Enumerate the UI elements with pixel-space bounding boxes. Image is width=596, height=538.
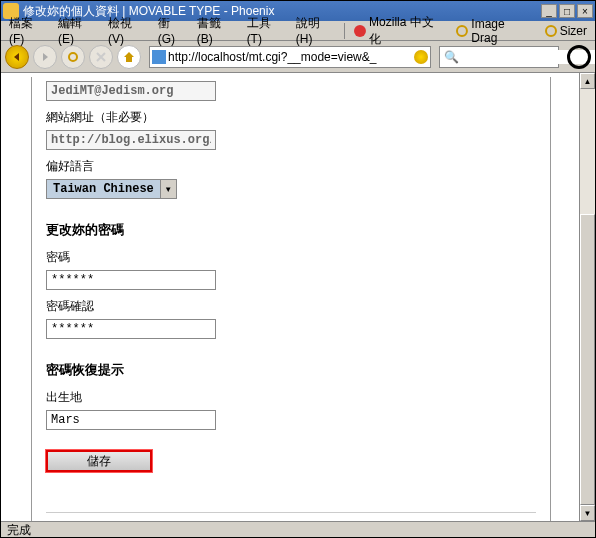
forward-icon (40, 52, 50, 62)
save-button[interactable]: 儲存 (46, 450, 152, 472)
lang-label: 偏好語言 (46, 158, 536, 175)
scroll-up-button[interactable]: ▲ (580, 73, 595, 89)
ext-imagedrag[interactable]: Image Drag (451, 17, 537, 45)
chevron-down-icon[interactable]: ▼ (160, 180, 176, 198)
statusbar: 完成 (1, 521, 595, 538)
ext-mozilla[interactable]: Mozilla 中文化 (349, 14, 449, 48)
search-icon: 🔍 (444, 50, 459, 64)
scroll-down-button[interactable]: ▼ (580, 505, 595, 521)
website-field[interactable] (46, 130, 216, 150)
maximize-button[interactable]: □ (559, 4, 575, 18)
svg-point-2 (546, 26, 556, 36)
password-field[interactable] (46, 270, 216, 290)
menu-edit[interactable]: 編輯(E) (54, 13, 102, 48)
search-box[interactable]: 🔍 (439, 46, 559, 68)
menubar: 檔案(F) 編輯(E) 檢視(V) 衝(G) 書籤(B) 工具(T) 說明(H)… (1, 21, 595, 41)
ext-imagedrag-label: Image Drag (471, 17, 533, 45)
minimize-button[interactable]: _ (541, 4, 557, 18)
form-panel: 網站網址（非必要） 偏好語言 Taiwan Chinese ▼ 更改妳的密碼 密… (31, 77, 551, 521)
copyright-text: Copyright © 2001-2003 Six Apart. All Rig… (189, 519, 458, 521)
version-text: Version 2.63 (124, 519, 188, 521)
scroll-thumb[interactable] (580, 214, 595, 505)
footer: Version 2.63 Copyright © 2001-2003 Six A… (46, 512, 536, 521)
svg-point-3 (69, 53, 77, 61)
back-icon (12, 52, 22, 62)
ext-sizer[interactable]: Sizer (540, 24, 591, 38)
password-label: 密碼 (46, 249, 536, 266)
sizer-icon (544, 24, 558, 38)
menu-view[interactable]: 檢視(V) (104, 13, 152, 48)
confirm-field[interactable] (46, 319, 216, 339)
ext-sizer-label: Sizer (560, 24, 587, 38)
status-text: 完成 (7, 522, 31, 538)
email-field[interactable] (46, 81, 216, 101)
stop-icon (96, 52, 106, 62)
mozilla-icon (353, 24, 367, 38)
menu-go[interactable]: 衝(G) (154, 13, 191, 48)
imagedrag-icon (455, 24, 469, 38)
svg-point-1 (457, 26, 467, 36)
password-section: 更改妳的密碼 (46, 221, 536, 239)
website-label: 網站網址（非必要） (46, 109, 536, 126)
forward-button[interactable] (33, 45, 57, 69)
svg-point-0 (354, 25, 366, 37)
stop-button[interactable] (89, 45, 113, 69)
home-icon (123, 51, 135, 63)
home-button[interactable] (117, 45, 141, 69)
throbber-icon (567, 45, 591, 69)
lang-value: Taiwan Chinese (47, 180, 160, 198)
close-button[interactable]: × (577, 4, 593, 18)
birthplace-field[interactable] (46, 410, 216, 430)
url-input[interactable] (168, 50, 414, 64)
reload-button[interactable] (61, 45, 85, 69)
birthplace-label: 出生地 (46, 389, 536, 406)
confirm-label: 密碼確認 (46, 298, 536, 315)
url-box[interactable] (149, 46, 431, 68)
reload-icon (67, 51, 79, 63)
menu-help[interactable]: 說明(H) (292, 13, 340, 48)
menu-file[interactable]: 檔案(F) (5, 13, 52, 48)
recovery-section: 密碼恢復提示 (46, 361, 536, 379)
content-area: 網站網址（非必要） 偏好語言 Taiwan Chinese ▼ 更改妳的密碼 密… (1, 73, 595, 521)
menu-separator (344, 23, 345, 39)
go-button[interactable] (414, 50, 428, 64)
save-label: 儲存 (87, 453, 111, 470)
back-button[interactable] (5, 45, 29, 69)
ext-mozilla-label: Mozilla 中文化 (369, 14, 445, 48)
site-icon (152, 50, 166, 64)
menu-bookmarks[interactable]: 書籤(B) (193, 13, 241, 48)
scroll-track[interactable] (580, 89, 595, 505)
lang-select[interactable]: Taiwan Chinese ▼ (46, 179, 177, 199)
scrollbar-vertical[interactable]: ▲ ▼ (579, 73, 595, 521)
menu-tools[interactable]: 工具(T) (243, 13, 290, 48)
